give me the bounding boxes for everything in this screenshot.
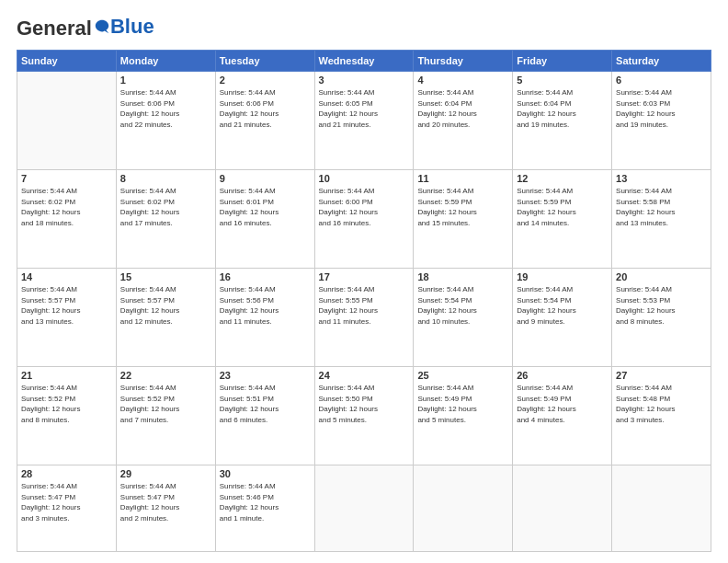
weekday-header-thursday: Thursday xyxy=(414,51,513,72)
logo: General Blue xyxy=(17,17,154,40)
day-number: 7 xyxy=(21,173,112,184)
day-cell xyxy=(414,465,513,552)
day-number: 10 xyxy=(319,173,410,184)
day-cell: 17Sunrise: 5:44 AM Sunset: 5:55 PM Dayli… xyxy=(314,269,414,367)
week-row-2: 7Sunrise: 5:44 AM Sunset: 6:02 PM Daylig… xyxy=(17,170,711,269)
day-number: 24 xyxy=(319,370,410,381)
day-info: Sunrise: 5:44 AM Sunset: 5:56 PM Dayligh… xyxy=(220,284,311,327)
day-info: Sunrise: 5:44 AM Sunset: 6:06 PM Dayligh… xyxy=(220,87,311,130)
day-cell: 27Sunrise: 5:44 AM Sunset: 5:48 PM Dayli… xyxy=(612,367,711,465)
day-cell: 25Sunrise: 5:44 AM Sunset: 5:49 PM Dayli… xyxy=(414,367,513,465)
day-cell: 4Sunrise: 5:44 AM Sunset: 6:04 PM Daylig… xyxy=(414,72,513,170)
day-number: 5 xyxy=(517,75,608,86)
day-number: 15 xyxy=(120,271,211,282)
day-number: 4 xyxy=(417,75,508,86)
day-cell xyxy=(612,465,711,552)
day-info: Sunrise: 5:44 AM Sunset: 5:52 PM Dayligh… xyxy=(120,383,211,425)
day-info: Sunrise: 5:44 AM Sunset: 6:04 PM Dayligh… xyxy=(417,87,508,130)
day-cell: 23Sunrise: 5:44 AM Sunset: 5:51 PM Dayli… xyxy=(215,367,314,465)
day-cell: 13Sunrise: 5:44 AM Sunset: 5:58 PM Dayli… xyxy=(612,170,711,269)
day-cell xyxy=(513,465,612,552)
weekday-header-wednesday: Wednesday xyxy=(314,51,414,72)
day-info: Sunrise: 5:44 AM Sunset: 5:54 PM Dayligh… xyxy=(417,284,508,327)
day-info: Sunrise: 5:44 AM Sunset: 5:46 PM Dayligh… xyxy=(220,481,311,523)
day-number: 21 xyxy=(21,370,112,381)
weekday-header-monday: Monday xyxy=(116,51,215,72)
day-info: Sunrise: 5:44 AM Sunset: 6:05 PM Dayligh… xyxy=(319,87,410,130)
weekday-header-sunday: Sunday xyxy=(17,51,117,72)
weekday-header-row: SundayMondayTuesdayWednesdayThursdayFrid… xyxy=(17,51,711,72)
logo-bird-icon xyxy=(94,18,110,35)
day-number: 18 xyxy=(417,271,508,282)
day-cell xyxy=(314,465,414,552)
day-cell: 12Sunrise: 5:44 AM Sunset: 5:59 PM Dayli… xyxy=(513,170,612,269)
day-number: 30 xyxy=(220,468,311,479)
day-number: 11 xyxy=(417,173,508,184)
day-info: Sunrise: 5:44 AM Sunset: 5:54 PM Dayligh… xyxy=(517,284,608,327)
day-cell: 19Sunrise: 5:44 AM Sunset: 5:54 PM Dayli… xyxy=(513,269,612,367)
day-number: 23 xyxy=(220,370,311,381)
day-cell: 11Sunrise: 5:44 AM Sunset: 5:59 PM Dayli… xyxy=(414,170,513,269)
day-info: Sunrise: 5:44 AM Sunset: 5:49 PM Dayligh… xyxy=(517,383,608,425)
weekday-header-tuesday: Tuesday xyxy=(215,51,314,72)
day-info: Sunrise: 5:44 AM Sunset: 6:04 PM Dayligh… xyxy=(517,87,608,130)
day-number: 19 xyxy=(517,271,608,282)
day-number: 28 xyxy=(21,468,112,479)
header: General Blue xyxy=(17,17,711,40)
day-number: 14 xyxy=(21,271,112,282)
day-number: 1 xyxy=(120,75,211,86)
day-info: Sunrise: 5:44 AM Sunset: 5:55 PM Dayligh… xyxy=(319,284,410,327)
day-cell: 6Sunrise: 5:44 AM Sunset: 6:03 PM Daylig… xyxy=(612,72,711,170)
day-info: Sunrise: 5:44 AM Sunset: 6:02 PM Dayligh… xyxy=(21,186,112,228)
day-info: Sunrise: 5:44 AM Sunset: 5:51 PM Dayligh… xyxy=(220,383,311,425)
day-info: Sunrise: 5:44 AM Sunset: 5:53 PM Dayligh… xyxy=(616,284,707,327)
day-cell: 18Sunrise: 5:44 AM Sunset: 5:54 PM Dayli… xyxy=(414,269,513,367)
day-cell: 21Sunrise: 5:44 AM Sunset: 5:52 PM Dayli… xyxy=(17,367,117,465)
weekday-header-saturday: Saturday xyxy=(612,51,711,72)
day-number: 9 xyxy=(220,173,311,184)
day-number: 29 xyxy=(120,468,211,479)
day-number: 12 xyxy=(517,173,608,184)
day-cell xyxy=(17,72,117,170)
day-cell: 2Sunrise: 5:44 AM Sunset: 6:06 PM Daylig… xyxy=(215,72,314,170)
day-cell: 16Sunrise: 5:44 AM Sunset: 5:56 PM Dayli… xyxy=(215,269,314,367)
calendar-table: SundayMondayTuesdayWednesdayThursdayFrid… xyxy=(17,50,711,552)
day-info: Sunrise: 5:44 AM Sunset: 5:52 PM Dayligh… xyxy=(21,383,112,425)
day-info: Sunrise: 5:44 AM Sunset: 5:57 PM Dayligh… xyxy=(21,284,112,327)
day-number: 22 xyxy=(120,370,211,381)
day-number: 13 xyxy=(616,173,707,184)
day-number: 2 xyxy=(220,75,311,86)
day-info: Sunrise: 5:44 AM Sunset: 6:01 PM Dayligh… xyxy=(220,186,311,228)
day-cell: 9Sunrise: 5:44 AM Sunset: 6:01 PM Daylig… xyxy=(215,170,314,269)
day-cell: 5Sunrise: 5:44 AM Sunset: 6:04 PM Daylig… xyxy=(513,72,612,170)
day-info: Sunrise: 5:44 AM Sunset: 5:48 PM Dayligh… xyxy=(616,383,707,425)
logo-text: General Blue xyxy=(17,17,154,40)
day-info: Sunrise: 5:44 AM Sunset: 5:59 PM Dayligh… xyxy=(517,186,608,228)
weekday-header-friday: Friday xyxy=(513,51,612,72)
day-cell: 24Sunrise: 5:44 AM Sunset: 5:50 PM Dayli… xyxy=(314,367,414,465)
day-info: Sunrise: 5:44 AM Sunset: 5:57 PM Dayligh… xyxy=(120,284,211,327)
day-cell: 15Sunrise: 5:44 AM Sunset: 5:57 PM Dayli… xyxy=(116,269,215,367)
day-number: 3 xyxy=(319,75,410,86)
day-cell: 10Sunrise: 5:44 AM Sunset: 6:00 PM Dayli… xyxy=(314,170,414,269)
day-info: Sunrise: 5:44 AM Sunset: 6:06 PM Dayligh… xyxy=(120,87,211,130)
day-cell: 8Sunrise: 5:44 AM Sunset: 6:02 PM Daylig… xyxy=(116,170,215,269)
day-info: Sunrise: 5:44 AM Sunset: 5:47 PM Dayligh… xyxy=(21,481,112,523)
day-cell: 3Sunrise: 5:44 AM Sunset: 6:05 PM Daylig… xyxy=(314,72,414,170)
day-number: 20 xyxy=(616,271,707,282)
day-info: Sunrise: 5:44 AM Sunset: 5:59 PM Dayligh… xyxy=(417,186,508,228)
day-cell: 28Sunrise: 5:44 AM Sunset: 5:47 PM Dayli… xyxy=(17,465,117,552)
day-number: 27 xyxy=(616,370,707,381)
calendar-page: General Blue SundayMondayTuesdayWednesda… xyxy=(0,0,728,563)
day-info: Sunrise: 5:44 AM Sunset: 5:50 PM Dayligh… xyxy=(319,383,410,425)
day-info: Sunrise: 5:44 AM Sunset: 5:47 PM Dayligh… xyxy=(120,481,211,523)
day-cell: 20Sunrise: 5:44 AM Sunset: 5:53 PM Dayli… xyxy=(612,269,711,367)
day-info: Sunrise: 5:44 AM Sunset: 6:00 PM Dayligh… xyxy=(319,186,410,228)
day-number: 25 xyxy=(417,370,508,381)
day-cell: 29Sunrise: 5:44 AM Sunset: 5:47 PM Dayli… xyxy=(116,465,215,552)
week-row-5: 28Sunrise: 5:44 AM Sunset: 5:47 PM Dayli… xyxy=(17,465,711,552)
day-info: Sunrise: 5:44 AM Sunset: 6:02 PM Dayligh… xyxy=(120,186,211,228)
day-info: Sunrise: 5:44 AM Sunset: 5:49 PM Dayligh… xyxy=(417,383,508,425)
day-cell: 30Sunrise: 5:44 AM Sunset: 5:46 PM Dayli… xyxy=(215,465,314,552)
week-row-3: 14Sunrise: 5:44 AM Sunset: 5:57 PM Dayli… xyxy=(17,269,711,367)
